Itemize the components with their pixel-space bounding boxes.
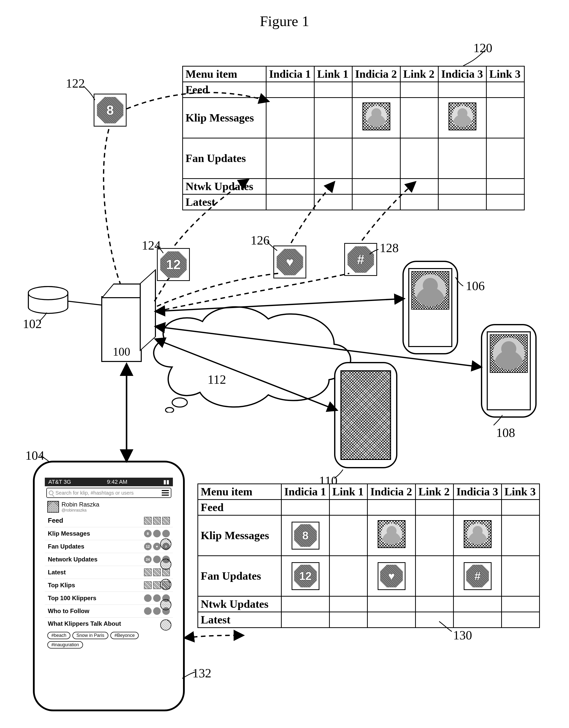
status-bar: AT&T 3G 9:42 AM ▮▮ xyxy=(45,478,173,486)
badge-12: 12 xyxy=(157,248,190,281)
menu-feed[interactable]: Feed xyxy=(45,514,173,527)
cell-klip-ind2 xyxy=(352,98,400,138)
badge-8: 8 xyxy=(94,94,127,127)
avatar-icon xyxy=(160,579,171,590)
table-row: Ntwk Updates xyxy=(198,596,540,612)
user-row[interactable]: Robin Raszka @robinraszka xyxy=(45,499,173,514)
badge-12-value: 12 xyxy=(160,251,187,278)
menu-latest-label: Latest xyxy=(48,569,66,576)
status-time: 9:42 AM xyxy=(107,478,127,486)
ref-104: 104 xyxy=(25,448,44,463)
table-row: Fan Updates xyxy=(183,138,524,179)
table-row: Latest xyxy=(198,612,540,628)
table-row: Feed xyxy=(198,500,540,515)
avatar-icon xyxy=(160,538,171,550)
ref-124: 124 xyxy=(142,238,161,253)
search-input[interactable]: Search for klip, #hashtags or users xyxy=(46,488,171,498)
svg-point-1 xyxy=(166,408,174,413)
th-ind2: Indicia 2 xyxy=(352,66,400,82)
sidebar-menu: Feed Klip Messages 8 Fan Updates 12 ♥ xyxy=(45,514,173,630)
table-130: Menu item Indicia 1 Link 1 Indicia 2 Lin… xyxy=(197,483,540,628)
menu-who-follow[interactable]: Who to Follow xyxy=(45,604,173,617)
cell-latest: Latest xyxy=(183,194,266,210)
badge-12: 12 xyxy=(292,562,319,590)
user-name: Robin Raszka xyxy=(62,501,99,508)
chip[interactable]: #inauguration xyxy=(47,641,83,649)
menu-klip-messages[interactable]: Klip Messages 8 xyxy=(45,527,173,540)
menu-latest[interactable]: Latest xyxy=(45,566,173,579)
chip[interactable]: #beach xyxy=(47,632,70,639)
server-box: 100 xyxy=(101,296,142,362)
menu-fan-label: Fan Updates xyxy=(48,543,84,550)
status-carrier: AT&T 3G xyxy=(48,478,71,486)
badge-8: 8 xyxy=(292,522,319,550)
cell-klip-ind3 xyxy=(438,98,486,138)
menu-whofollow-label: Who to Follow xyxy=(48,608,89,615)
phone-108 xyxy=(481,324,537,418)
table-row: Klip Messages 8 xyxy=(198,515,540,556)
avatar-icon xyxy=(160,619,171,631)
menu-top100-label: Top 100 Klippers xyxy=(48,595,96,602)
badge-count: 24 xyxy=(144,556,152,563)
table-row: Fan Updates 12 ♥ # xyxy=(198,556,540,596)
menu-top-100[interactable]: Top 100 Klippers xyxy=(45,592,173,604)
ref-128: 128 xyxy=(380,240,399,255)
avatar-icon xyxy=(464,520,492,548)
table-row: Menu item Indicia 1 Link 1 Indicia 2 Lin… xyxy=(198,484,540,500)
phone-104: AT&T 3G 9:42 AM ▮▮ Search for klip, #has… xyxy=(33,461,185,711)
avatar-icon xyxy=(490,334,528,373)
menu-klip-label: Klip Messages xyxy=(48,530,90,537)
ref-126: 126 xyxy=(251,233,270,248)
phone-106 xyxy=(402,261,458,354)
chip[interactable]: #Beyonce xyxy=(110,632,139,639)
avatar-icon xyxy=(160,599,171,610)
badge-8-value: 8 xyxy=(97,97,124,124)
avatar-icon xyxy=(47,501,59,513)
ref-120: 120 xyxy=(473,41,492,55)
avatar-icon xyxy=(362,103,390,130)
cell-feed: Feed xyxy=(183,82,266,98)
table-row: Feed xyxy=(183,82,524,98)
ref-108: 108 xyxy=(496,425,515,440)
menu-network-updates[interactable]: Network Updates 24 xyxy=(45,553,173,566)
ref-102: 102 xyxy=(23,316,42,331)
figure-1-diagram: Figure 1 Menu item Indicia 1 Link 1 Indi… xyxy=(0,0,569,728)
avatar-icon xyxy=(449,103,476,130)
cell-klip: Klip Messages xyxy=(183,98,266,138)
ref-106: 106 xyxy=(466,278,485,293)
th-ind3: Indicia 3 xyxy=(438,66,486,82)
th-ind1: Indicia 1 xyxy=(266,66,314,82)
ref-100: 100 xyxy=(102,345,141,358)
badge-heart: ♥ xyxy=(378,562,405,590)
avatar-icon xyxy=(160,559,171,570)
phone-110 xyxy=(334,362,397,468)
ref-112: 112 xyxy=(208,372,226,387)
chip[interactable]: Snow in Paris xyxy=(72,632,108,639)
svg-point-0 xyxy=(172,398,187,407)
ref-132: 132 xyxy=(192,666,211,680)
th-menu: Menu item xyxy=(183,66,266,82)
table-row: Latest xyxy=(183,194,524,210)
table-row: Menu item Indicia 1 Link 1 Indicia 2 Lin… xyxy=(183,66,524,82)
hash-icon: # xyxy=(348,246,374,273)
menu-talkabout-label: What Klippers Talk About xyxy=(48,620,121,627)
table-row: Klip Messages xyxy=(183,98,524,138)
ref-130: 130 xyxy=(453,628,472,642)
menu-talk-about[interactable]: What Klippers Talk About xyxy=(45,617,173,630)
user-handle: @robinraszka xyxy=(62,508,99,513)
menu-topklips-label: Top Klips xyxy=(48,582,75,589)
svg-line-2 xyxy=(68,301,101,305)
menu-top-klips[interactable]: Top Klips xyxy=(45,579,173,592)
cloud-network xyxy=(142,296,362,413)
menu-fan-updates[interactable]: Fan Updates 12 ♥ # xyxy=(45,540,173,553)
avatar-icon xyxy=(378,520,405,548)
badge-heart: ♥ xyxy=(273,246,306,278)
avatar-icon xyxy=(411,271,449,310)
status-battery-icon: ▮▮ xyxy=(163,478,169,486)
database-cylinder xyxy=(28,286,68,314)
side-avatar-column xyxy=(158,513,173,694)
cell-ntwk: Ntwk Updates xyxy=(183,179,266,194)
hamburger-icon[interactable] xyxy=(162,490,169,496)
search-icon xyxy=(49,491,53,495)
menu-network-label: Network Updates xyxy=(48,556,97,563)
